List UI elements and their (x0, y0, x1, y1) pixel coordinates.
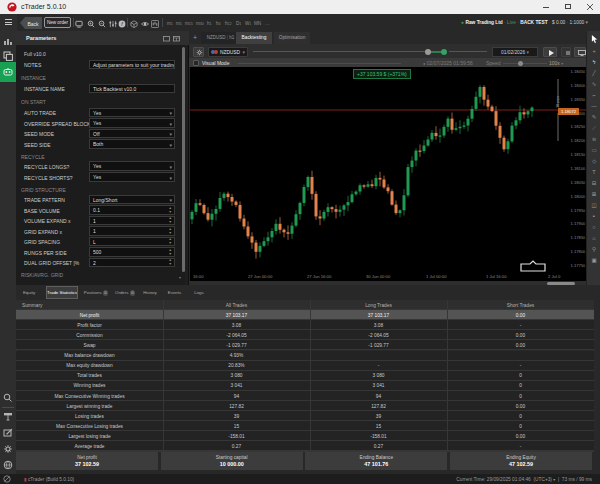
svg-text:Back: Back (27, 20, 39, 26)
